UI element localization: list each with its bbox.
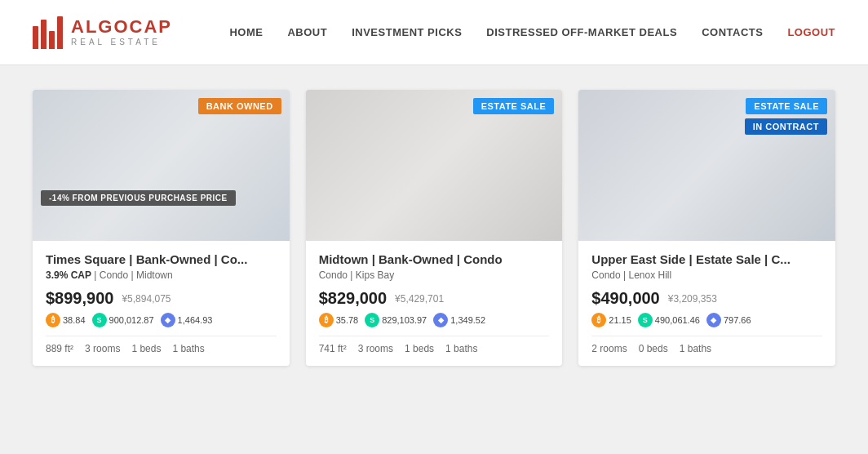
card-price-1: $899,900	[46, 289, 113, 308]
badge-estate-sale-3: ESTATE SALE	[746, 98, 827, 114]
card-beds-3: 0 beds	[639, 343, 668, 354]
card-badges-3: ESTATE SALE IN CONTRACT	[745, 98, 827, 135]
steem-icon-2: S	[365, 313, 379, 327]
card-subtitle-3: Condo | Lenox Hill	[591, 269, 822, 281]
nav-distressed[interactable]: DISTRESSED OFF-MARKET DEALS	[486, 26, 677, 38]
card-divider-2	[319, 336, 550, 336]
card-crypto-row-3: ₿ 21.15 S 490,061.46 ◆ 797.66	[591, 313, 822, 327]
steem-value-2: 829,103.97	[382, 315, 427, 325]
steem-icon-3: S	[638, 313, 653, 327]
card-body-2: Midtown | Bank-Owned | Condo Condo | Kip…	[306, 241, 563, 366]
crypto-btc-1: ₿ 38.84	[46, 313, 86, 327]
crypto-steem-3: S 490,061.46	[638, 313, 700, 327]
card-title-3: Upper East Side | Estate Sale | C...	[591, 252, 822, 266]
crypto-eth-1: ◆ 1,464.93	[161, 313, 213, 327]
nav-logout[interactable]: LOGOUT	[787, 26, 835, 38]
card-badges-2: ESTATE SALE	[473, 98, 555, 114]
card-baths-3: 1 baths	[680, 343, 711, 354]
card-sqft-1: 889 ft²	[46, 343, 73, 354]
card-crypto-row-2: ₿ 35.78 S 829,103.97 ◆ 1,349.52	[319, 313, 550, 327]
steem-value-3: 490,061.46	[655, 315, 700, 325]
card-image-1: BANK OWNED -14% FROM PREVIOUS PURCHASE P…	[33, 90, 290, 241]
crypto-steem-1: S 900,012.87	[92, 313, 154, 327]
card-beds-1: 1 beds	[131, 343, 161, 354]
card-cap-rate-1: 3.9% CAP	[46, 269, 91, 281]
logo-main: ALGOCAP	[71, 18, 172, 36]
card-price-row-2: $829,000 ¥5,429,701	[319, 289, 550, 308]
property-card-3[interactable]: ESTATE SALE IN CONTRACT Upper East Side …	[578, 90, 835, 366]
card-divider-3	[591, 336, 822, 336]
crypto-steem-2: S 829,103.97	[365, 313, 427, 327]
card-badge-price: -14% FROM PREVIOUS PURCHASE PRICE	[41, 189, 236, 204]
badge-bank-owned: BANK OWNED	[198, 98, 281, 114]
card-rooms-2: 3 rooms	[358, 343, 393, 354]
card-details-2: 741 ft² 3 rooms 1 beds 1 baths	[319, 343, 550, 354]
steem-value-1: 900,012.87	[109, 315, 154, 325]
card-beds-2: 1 beds	[405, 343, 434, 354]
card-body-3: Upper East Side | Estate Sale | C... Con…	[578, 241, 835, 366]
nav-investment-picks[interactable]: INVESTMENT PICKS	[352, 26, 462, 38]
card-baths-1: 1 baths	[172, 343, 204, 354]
header: ALGOCAP REAL ESTATE HOME ABOUT INVESTMEN…	[0, 0, 868, 65]
eth-icon-3: ◆	[706, 313, 721, 327]
logo-text: ALGOCAP REAL ESTATE	[71, 18, 172, 47]
card-body-1: Times Square | Bank-Owned | Co... 3.9% C…	[33, 241, 290, 366]
eth-icon-1: ◆	[161, 313, 175, 327]
card-price-row-1: $899,900 ¥5,894,075	[46, 289, 277, 308]
card-crypto-row-1: ₿ 38.84 S 900,012.87 ◆ 1,464.93	[46, 313, 277, 327]
card-sqft-2: 741 ft²	[319, 343, 347, 354]
card-details-1: 889 ft² 3 rooms 1 beds 1 baths	[46, 343, 277, 354]
card-subtitle-1: 3.9% CAP | Condo | Midtown	[46, 269, 277, 281]
card-rooms-1: 3 rooms	[85, 343, 120, 354]
card-divider-1	[46, 336, 277, 336]
card-price-2: $829,000	[319, 289, 387, 308]
btc-icon-3: ₿	[591, 313, 606, 327]
badge-estate-sale-2: ESTATE SALE	[473, 98, 555, 114]
card-yen-3: ¥3,209,353	[668, 293, 717, 305]
logo-cap: CAP	[130, 16, 172, 37]
btc-value-3: 21.15	[609, 315, 631, 325]
crypto-eth-2: ◆ 1,349.52	[433, 313, 485, 327]
main-content: BANK OWNED -14% FROM PREVIOUS PURCHASE P…	[0, 65, 868, 454]
card-type-3: Condo | Lenox Hill	[591, 269, 671, 281]
card-image-3: ESTATE SALE IN CONTRACT	[578, 90, 835, 241]
card-type-2: Condo | Kips Bay	[319, 269, 395, 281]
nav-home[interactable]: HOME	[229, 26, 263, 38]
logo-icon	[33, 16, 63, 49]
eth-value-2: 1,349.52	[450, 315, 485, 325]
crypto-btc-2: ₿ 35.78	[319, 313, 359, 327]
eth-value-1: 1,464.93	[178, 315, 213, 325]
card-details-3: 2 rooms 0 beds 1 baths	[591, 343, 822, 354]
card-yen-2: ¥5,429,701	[395, 293, 444, 305]
eth-icon-2: ◆	[433, 313, 448, 327]
main-nav: HOME ABOUT INVESTMENT PICKS DISTRESSED O…	[229, 26, 835, 38]
btc-icon-2: ₿	[319, 313, 334, 327]
property-card-1[interactable]: BANK OWNED -14% FROM PREVIOUS PURCHASE P…	[33, 90, 290, 366]
card-price-3: $490,000	[591, 289, 659, 308]
card-subtitle-2: Condo | Kips Bay	[319, 269, 550, 281]
property-cards-grid: BANK OWNED -14% FROM PREVIOUS PURCHASE P…	[33, 90, 835, 366]
logo-bars	[33, 16, 63, 49]
badge-in-contract-3: IN CONTRACT	[745, 118, 827, 135]
card-title-1: Times Square | Bank-Owned | Co...	[46, 252, 277, 266]
btc-icon-1: ₿	[46, 313, 60, 327]
btc-value-1: 38.84	[63, 315, 86, 325]
logo-algo: ALGO	[71, 16, 130, 37]
btc-value-2: 35.78	[336, 315, 359, 325]
nav-about[interactable]: ABOUT	[287, 26, 327, 38]
nav-contacts[interactable]: CONTACTS	[702, 26, 763, 38]
card-badges-1: BANK OWNED	[198, 98, 281, 114]
card-image-2: ESTATE SALE	[306, 90, 563, 241]
card-yen-1: ¥5,894,075	[122, 293, 170, 305]
card-rooms-3: 2 rooms	[591, 343, 627, 354]
badge-price-reduction: -14% FROM PREVIOUS PURCHASE PRICE	[41, 190, 236, 206]
card-type-1: | Condo | Midtown	[91, 269, 173, 281]
property-card-2[interactable]: ESTATE SALE Midtown | Bank-Owned | Condo…	[306, 90, 563, 366]
logo: ALGOCAP REAL ESTATE	[33, 16, 172, 49]
logo-subtitle: REAL ESTATE	[71, 38, 172, 47]
card-baths-2: 1 baths	[445, 343, 477, 354]
crypto-eth-3: ◆ 797.66	[706, 313, 751, 327]
card-price-row-3: $490,000 ¥3,209,353	[591, 289, 822, 308]
crypto-btc-3: ₿ 21.15	[591, 313, 631, 327]
card-title-2: Midtown | Bank-Owned | Condo	[319, 252, 550, 266]
